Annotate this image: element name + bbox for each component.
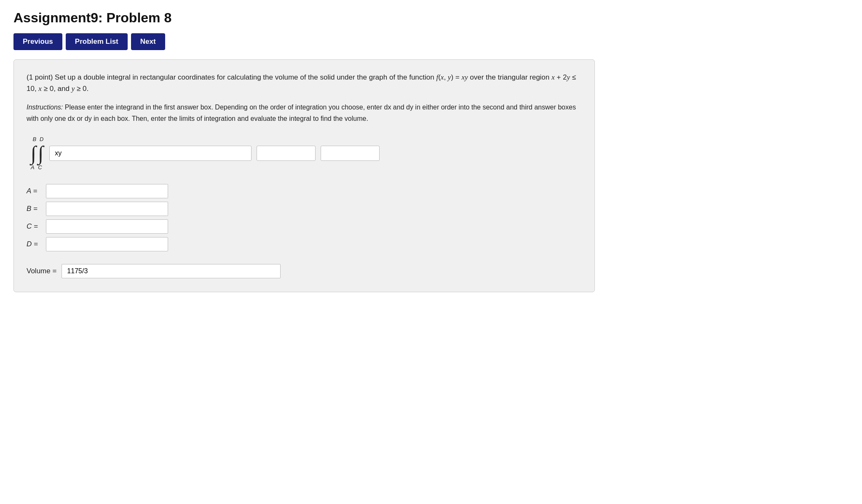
field-input-B[interactable] [46, 202, 168, 216]
instructions: Instructions: Please enter the integrand… [27, 102, 582, 124]
page-title: Assignment9: Problem 8 [13, 10, 849, 26]
integral-sup-D: D [40, 136, 43, 142]
instructions-label: Instructions: [27, 104, 63, 111]
integrand-input[interactable] [49, 146, 252, 161]
problem-list-button[interactable]: Problem List [66, 33, 128, 50]
integral-sup-B: B [32, 136, 36, 142]
field-label-D: D = [27, 240, 42, 248]
problem-statement: (1 point) Set up a double integral in re… [27, 72, 582, 94]
field-label-A: A = [27, 187, 42, 195]
dx-dy-box2[interactable] [321, 146, 380, 161]
field-input-D[interactable] [46, 237, 168, 251]
double-integral: B ∫ A D ∫ C [31, 136, 44, 171]
volume-row: Volume = [27, 264, 582, 278]
field-row-A: A = [27, 184, 582, 198]
integral-sub-C: C [38, 164, 42, 171]
volume-input[interactable] [62, 264, 281, 278]
nav-buttons: Previous Problem List Next [13, 33, 849, 50]
integral-row: B ∫ A D ∫ C [31, 136, 582, 171]
volume-label: Volume = [27, 267, 56, 275]
first-integral-symbol: B ∫ A [31, 136, 36, 171]
first-integral-glyph: ∫ [31, 143, 36, 163]
dx-dy-box1[interactable] [257, 146, 316, 161]
field-label-C: C = [27, 222, 42, 231]
field-row-B: B = [27, 202, 582, 216]
integral-sub-A: A [31, 164, 35, 171]
fields-section: A = B = C = D = [27, 184, 582, 251]
field-input-C[interactable] [46, 219, 168, 234]
second-integral-symbol: D ∫ C [38, 136, 43, 171]
field-label-B: B = [27, 205, 42, 213]
problem-box: (1 point) Set up a double integral in re… [13, 59, 595, 292]
field-input-A[interactable] [46, 184, 168, 198]
second-integral-glyph: ∫ [38, 143, 43, 163]
field-row-C: C = [27, 219, 582, 234]
field-row-D: D = [27, 237, 582, 251]
next-button[interactable]: Next [131, 33, 165, 50]
previous-button[interactable]: Previous [13, 33, 62, 50]
